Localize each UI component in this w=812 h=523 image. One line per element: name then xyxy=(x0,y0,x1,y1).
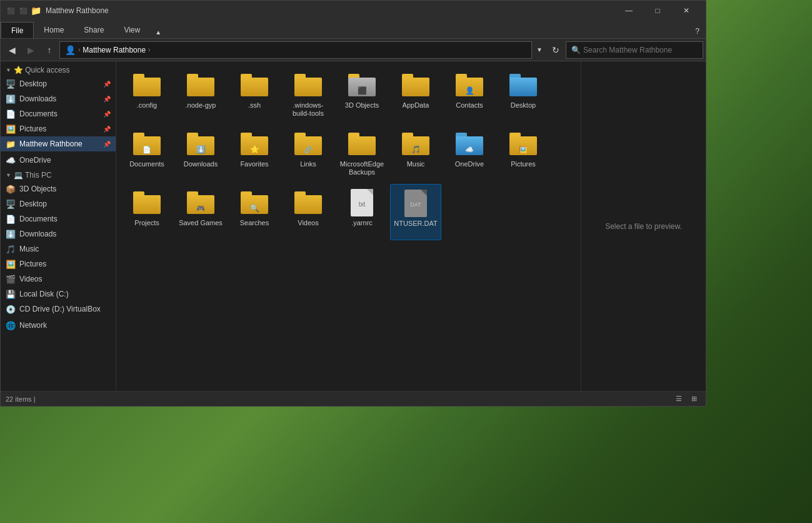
quick-access-header[interactable]: ▼ ⭐ Quick access xyxy=(1,64,116,76)
sidebar-item-cddrive[interactable]: 💿 CD Drive (D:) VirtualBox xyxy=(1,302,116,317)
back-button[interactable]: ◀ xyxy=(3,41,21,59)
folder-icon-contacts: 👤 xyxy=(454,70,484,100)
file-item-ntuser[interactable]: DAT NTUSER.DAT xyxy=(390,184,441,240)
file-item-onedrive[interactable]: ☁️ OneDrive xyxy=(444,125,495,181)
search-input[interactable] xyxy=(583,46,698,54)
file-item-yarnrc[interactable]: txt .yarnrc xyxy=(336,184,388,240)
maximize-button[interactable]: □ xyxy=(643,1,672,21)
pin-icon-4: 📌 xyxy=(103,126,111,133)
folder-icon-onedrive: ☁️ xyxy=(454,129,484,159)
path-label: Matthew Rathbone xyxy=(83,46,146,54)
folder-icon-config xyxy=(132,70,162,100)
sidebar-label-localc: Local Disk (C:) xyxy=(19,290,111,298)
sidebar-item-downloads-pc[interactable]: ⬇️ Downloads xyxy=(1,226,116,241)
file-item-favorites[interactable]: ⭐ Favorites xyxy=(229,125,280,181)
forward-button[interactable]: ▶ xyxy=(22,41,39,59)
file-item-msedge[interactable]: MicrosoftEdgeBackups xyxy=(336,125,388,181)
folder-icon-windows-build xyxy=(293,70,323,100)
file-item-config[interactable]: .config xyxy=(121,66,173,123)
file-name-appdata: AppData xyxy=(403,101,429,109)
address-path[interactable]: 👤 › Matthew Rathbone › xyxy=(59,41,532,59)
tab-file[interactable]: File xyxy=(1,22,34,38)
sidebar-item-documents-pc[interactable]: 📄 Documents xyxy=(1,211,116,226)
address-dropdown-button[interactable]: ▼ xyxy=(533,41,546,59)
sidebar-item-desktop-qa[interactable]: 🖥️ Desktop 📌 xyxy=(1,76,116,91)
sidebar-item-pictures-pc[interactable]: 🖼️ Pictures xyxy=(1,256,116,272)
file-name-downloads: Downloads xyxy=(184,160,218,168)
file-item-videos[interactable]: Videos xyxy=(283,184,334,240)
ribbon: File Home Share View ▲ ? xyxy=(1,21,706,39)
localc-icon: 💾 xyxy=(6,289,16,299)
file-item-projects[interactable]: Projects xyxy=(121,184,173,240)
sidebar-item-documents-qa[interactable]: 📄 Documents 📌 xyxy=(1,106,116,121)
status-view-buttons: ☰ ⊞ xyxy=(672,394,701,405)
sidebar-label-network: Network xyxy=(19,321,111,330)
file-item-pictures[interactable]: 🖼️ Pictures xyxy=(498,125,549,181)
pin-icon-2: 📌 xyxy=(103,96,111,103)
file-name-desktop: Desktop xyxy=(511,101,536,109)
sidebar-item-onedrive[interactable]: ☁️ OneDrive xyxy=(1,153,116,168)
sidebar-label-documents-pc: Documents xyxy=(19,215,111,223)
this-pc-label: 💻 This PC xyxy=(14,171,52,180)
file-item-documents[interactable]: 📄 Documents xyxy=(121,125,173,181)
tab-home[interactable]: Home xyxy=(34,22,74,38)
sidebar: ▼ ⭐ Quick access 🖥️ Desktop 📌 ⬇️ Downloa… xyxy=(1,61,116,391)
folder-icon-3dobjects: ⬛ xyxy=(347,70,377,100)
file-name-msedge: MicrosoftEdgeBackups xyxy=(339,160,385,176)
ribbon-tabs: File Home Share View ▲ ? xyxy=(1,21,706,38)
file-name-node-gyp: .node-gyp xyxy=(186,101,216,109)
file-item-ssh[interactable]: .ssh xyxy=(229,66,280,123)
help-button[interactable]: ? xyxy=(689,24,706,38)
view-large-icons-button[interactable]: ⊞ xyxy=(687,394,701,405)
sidebar-item-music[interactable]: 🎵 Music xyxy=(1,241,116,256)
pin-icon: 📌 xyxy=(103,81,111,88)
matthew-folder-icon: 📁 xyxy=(6,139,16,149)
sidebar-item-downloads-qa[interactable]: ⬇️ Downloads 📌 xyxy=(1,91,116,106)
pictures-pc-icon: 🖼️ xyxy=(6,259,16,269)
file-item-searches[interactable]: 🔍 Searches xyxy=(229,184,280,240)
sidebar-item-localc[interactable]: 💾 Local Disk (C:) xyxy=(1,287,116,302)
sidebar-item-network[interactable]: 🌐 Network xyxy=(1,318,116,333)
sidebar-label-desktop: Desktop xyxy=(19,79,99,88)
window-title: Matthew Rathbone xyxy=(46,6,614,15)
search-box[interactable]: 🔍 xyxy=(566,41,703,59)
file-item-node-gyp[interactable]: .node-gyp xyxy=(175,66,226,123)
file-item-windows-build[interactable]: .windows-build-tools xyxy=(283,66,334,123)
refresh-button[interactable]: ↻ xyxy=(547,41,564,59)
sidebar-item-matthew-qa[interactable]: 📁 Matthew Rathbone 📌 xyxy=(1,136,116,151)
network-icon: 🌐 xyxy=(6,320,16,330)
file-item-downloads[interactable]: ⬇️ Downloads xyxy=(175,125,226,181)
system-icon-2: ⬛ xyxy=(18,6,28,16)
file-name-config: .config xyxy=(137,101,157,109)
sidebar-item-videos[interactable]: 🎬 Videos xyxy=(1,272,116,287)
file-item-savedgames[interactable]: 🎮 Saved Games xyxy=(175,184,226,240)
file-name-3dobjects: 3D Objects xyxy=(345,101,379,109)
this-pc-header[interactable]: ▼ 💻 This PC xyxy=(1,169,116,181)
tab-view[interactable]: View xyxy=(114,22,150,38)
tab-share[interactable]: Share xyxy=(74,22,114,38)
explorer-window: ⬛ ⬛ 📁 Matthew Rathbone — □ ✕ File Home S… xyxy=(0,0,706,407)
file-item-appdata[interactable]: AppData xyxy=(390,66,441,123)
sidebar-label-3d: 3D Objects xyxy=(19,185,111,193)
file-item-desktop[interactable]: Desktop xyxy=(498,66,549,123)
close-button[interactable]: ✕ xyxy=(672,1,701,21)
address-bar: ◀ ▶ ↑ 👤 › Matthew Rathbone › ▼ ↻ 🔍 xyxy=(1,39,706,61)
up-button[interactable]: ↑ xyxy=(41,41,58,59)
file-name-music: Music xyxy=(407,160,425,168)
sidebar-label-music: Music xyxy=(19,245,111,253)
sidebar-item-pictures-qa[interactable]: 🖼️ Pictures 📌 xyxy=(1,121,116,136)
minimize-button[interactable]: — xyxy=(614,1,643,21)
ribbon-expand-button[interactable]: ▲ xyxy=(150,26,166,38)
file-item-music[interactable]: 🎵 Music xyxy=(390,125,441,181)
sidebar-item-3dobjects[interactable]: 📦 3D Objects xyxy=(1,181,116,196)
file-area: .config .node-gyp xyxy=(116,61,706,391)
file-icon-ntuser: DAT xyxy=(401,188,431,218)
view-details-button[interactable]: ☰ xyxy=(672,394,686,405)
file-item-3dobjects[interactable]: ⬛ 3D Objects xyxy=(336,66,388,123)
file-name-ntuser: NTUSER.DAT xyxy=(394,220,437,228)
desktop-icon: 🖥️ xyxy=(6,79,16,89)
sidebar-item-desktop-pc[interactable]: 🖥️ Desktop xyxy=(1,196,116,211)
file-item-links[interactable]: 🔗 Links xyxy=(283,125,334,181)
folder-icon-projects xyxy=(132,188,162,218)
file-item-contacts[interactable]: 👤 Contacts xyxy=(444,66,495,123)
